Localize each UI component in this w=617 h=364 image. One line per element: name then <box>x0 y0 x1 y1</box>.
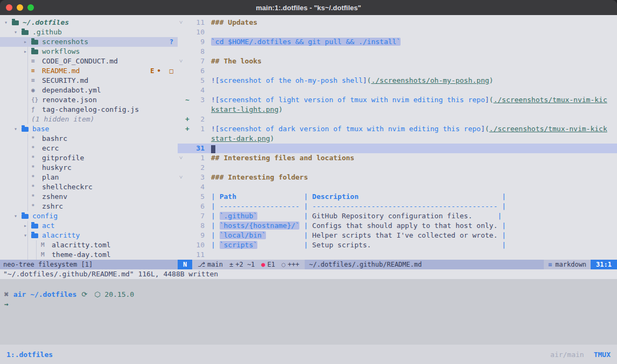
editor-line[interactable]: 2 <box>178 163 617 173</box>
tree-item-label: tag-changelog-config.js <box>42 105 139 115</box>
editor-line[interactable]: 5![screenshot of the oh-my-posh shell](.… <box>178 76 617 85</box>
editor-line[interactable]: kstart-light.png) <box>178 105 617 115</box>
tree-item[interactable]: ▾~/.dotfiles <box>0 18 178 27</box>
minimize-button[interactable] <box>17 4 23 11</box>
tree-item[interactable]: Mtheme-day.toml <box>0 250 178 260</box>
tree-item[interactable]: *gitprofile <box>0 153 178 163</box>
tree-item[interactable]: *zshenv <box>0 192 178 202</box>
folder-icon <box>31 40 38 45</box>
tree-item[interactable]: *ecrc <box>0 144 178 153</box>
line-text: | `scripts` | Setup scripts. | <box>211 240 506 250</box>
tree-item[interactable]: ▸screenshots? <box>0 37 178 47</box>
text-segment: `scripts` <box>220 241 257 249</box>
text-segment: `local/bin` <box>220 231 266 239</box>
sign-column <box>184 56 191 66</box>
fold-icon[interactable]: ˅ <box>178 18 184 27</box>
tree-item[interactable]: ƒtag-changelog-config.js <box>0 105 178 115</box>
text-segment: `cd $HOME/.dotfiles && git pull && ./ins… <box>211 38 401 46</box>
indent-guide <box>27 85 28 95</box>
file-icon: ≡ <box>31 66 42 76</box>
tree-item[interactable]: ▾.github <box>0 27 178 37</box>
tree-item-label: theme-day.toml <box>52 250 111 260</box>
expander-icon[interactable]: ▾ <box>14 27 22 37</box>
tree-item[interactable]: ◉dependabot.yml <box>0 85 178 95</box>
line-number: 9 <box>191 231 205 240</box>
editor-line[interactable]: 8 <box>178 47 617 56</box>
text-segment: start-dark.png <box>211 134 270 142</box>
editor-line[interactable]: 6| ------------------- | ---------------… <box>178 202 617 211</box>
line-text: | ------------------- | ----------------… <box>211 202 506 211</box>
editor-line[interactable]: 6 <box>178 66 617 76</box>
editor-line[interactable]: +1![screenshot of dark version of tmux w… <box>178 124 617 134</box>
close-button[interactable] <box>6 4 12 11</box>
line-text: ## Interesting files and locations <box>211 153 354 163</box>
file-tree: ▾~/.dotfiles▾.github▸screenshots?▸workfl… <box>0 15 178 260</box>
tree-item[interactable]: ▾config <box>0 211 178 221</box>
editor-line[interactable]: ˅3### Interesting folders <box>178 173 617 182</box>
fold-icon[interactable]: ˅ <box>178 173 184 182</box>
editor-line[interactable]: 11 <box>178 250 617 260</box>
editor-line[interactable]: 7| `.github` | GitHub Repository configu… <box>178 211 617 221</box>
git-status-badge: E <box>150 66 154 76</box>
tree-item[interactable]: ≡SECURITY.md <box>0 76 178 85</box>
editor-line[interactable]: +2 <box>178 115 617 124</box>
line-number: 3 <box>191 95 205 105</box>
tree-item[interactable]: ▾base <box>0 124 178 134</box>
editor-line[interactable]: 4 <box>178 85 617 95</box>
tree-item[interactable]: *zshrc <box>0 202 178 211</box>
editor-line[interactable]: ˅11### Updates <box>178 18 617 27</box>
editor-line[interactable]: 10| `scripts` | Setup scripts. | <box>178 240 617 250</box>
shell-pane[interactable]: ⌘ air ~/.dotfiles ⟳ ⬡ 20.15.0 → <box>0 279 617 345</box>
fold-column <box>178 231 184 240</box>
line-number: 9 <box>191 37 205 47</box>
tmux-window-name[interactable]: 1:.dotfiles <box>6 351 53 359</box>
editor-line[interactable]: 9`cd $HOME/.dotfiles && git pull && ./in… <box>178 37 617 47</box>
fold-icon[interactable]: ˅ <box>178 56 184 66</box>
zoom-button[interactable] <box>27 4 34 11</box>
text-segment: ] <box>481 125 485 133</box>
fold-column <box>178 192 184 202</box>
editor-line[interactable]: 9| `local/bin` | Helper scripts that I'v… <box>178 231 617 240</box>
editor-buffer[interactable]: ˅11### Updates109`cd $HOME/.dotfiles && … <box>178 15 617 260</box>
tree-item[interactable]: (1 hidden item) <box>0 115 178 124</box>
editor-line[interactable]: 4 <box>178 182 617 192</box>
tree-item[interactable]: {}renovate.json <box>0 95 178 105</box>
editor-line[interactable]: 10 <box>178 27 617 37</box>
editor-line[interactable]: ˅7## The looks <box>178 56 617 66</box>
file-icon: * <box>31 192 42 202</box>
tree-item[interactable]: ≡CODE_OF_CONDUCT.md <box>0 56 178 66</box>
editor-line[interactable]: 8| `hosts/{hostname}/` | Configs that sh… <box>178 221 617 231</box>
editor-line[interactable]: ~3![screenshot of light version of tmux … <box>178 95 617 105</box>
tree-item[interactable]: *huskyrc <box>0 163 178 173</box>
file-icon: M <box>41 250 52 260</box>
terminal-window: main:1:.dotfiles - "ks~/.dotfiles" ▾~/.d… <box>0 0 617 364</box>
editor-line[interactable]: 5| Path | Description | <box>178 192 617 202</box>
file-icon: * <box>31 173 42 182</box>
tree-item[interactable]: *plan <box>0 173 178 182</box>
expander-icon[interactable]: ▾ <box>4 18 12 27</box>
expander-icon[interactable]: ▾ <box>14 124 22 134</box>
text-segment: | <box>211 231 220 239</box>
expander-icon[interactable]: ▾ <box>14 211 22 221</box>
sign-column <box>184 105 191 115</box>
line-text: | `hosts/{hostname}/` | Configs that sho… <box>211 221 506 231</box>
fold-column <box>178 95 184 105</box>
tree-item[interactable]: ▸workflows <box>0 47 178 56</box>
tree-item[interactable]: ▸act <box>0 221 178 231</box>
fold-icon[interactable]: ˅ <box>178 153 184 163</box>
editor-line[interactable]: start-dark.png) <box>178 134 617 144</box>
sign-column <box>184 250 191 260</box>
editor-line[interactable]: 31 <box>178 144 617 153</box>
tree-item-label: shellcheckrc <box>42 182 93 192</box>
indent-guide <box>27 182 28 192</box>
neotree-panel: ▾~/.dotfiles▾.github▸screenshots?▸workfl… <box>0 15 178 269</box>
editor-line[interactable]: ˅1## Interesting files and locations <box>178 153 617 163</box>
cursor-block <box>211 145 215 153</box>
tree-item[interactable]: Malacritty.toml <box>0 240 178 250</box>
tree-item[interactable]: *shellcheckrc <box>0 182 178 192</box>
tree-item[interactable]: ▾alacritty <box>0 231 178 240</box>
tree-item[interactable]: ≡README.mdE•□ <box>0 66 178 76</box>
line-text: ![screenshot of dark version of tmux wit… <box>211 124 607 134</box>
tree-item[interactable]: *bashrc <box>0 134 178 144</box>
text-segment: | <box>371 241 506 249</box>
